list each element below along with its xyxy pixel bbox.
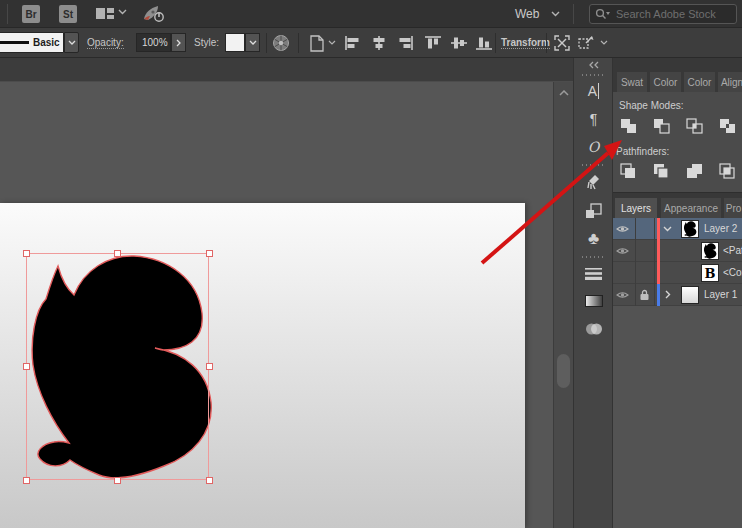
- layer-row-layer1[interactable]: Layer 1: [613, 284, 742, 306]
- stroke-preset-dropdown[interactable]: Basic: [0, 32, 64, 53]
- layer-name[interactable]: Layer 2: [704, 223, 742, 234]
- chevron-down-icon[interactable]: [328, 40, 336, 45]
- layer-name[interactable]: <Pat: [723, 245, 742, 256]
- shape-properties-icon[interactable]: [552, 34, 572, 52]
- stroke-preset-chevron[interactable]: [64, 32, 79, 53]
- collapse-panels-icon[interactable]: [586, 60, 602, 70]
- layer-thumbnail[interactable]: [701, 242, 719, 260]
- stroke-preview: [0, 41, 29, 44]
- symbols-panel-icon[interactable]: ♣: [574, 228, 613, 250]
- layer-color-bar: [657, 218, 660, 240]
- recolor-artwork-icon[interactable]: [270, 33, 292, 53]
- opacity-link[interactable]: Opacity:: [87, 37, 124, 49]
- tab-properties[interactable]: Pro: [724, 198, 742, 218]
- tab-layers[interactable]: Layers: [615, 198, 657, 218]
- pathfinder-panel-icon[interactable]: [574, 200, 613, 222]
- divider: [635, 240, 636, 262]
- align-right-button[interactable]: [395, 34, 415, 52]
- transparency-panel-icon[interactable]: [574, 318, 613, 340]
- selection-handle-ne[interactable]: [206, 250, 213, 257]
- divider: [573, 4, 574, 24]
- selection-handle-n[interactable]: [114, 250, 121, 257]
- layer-color-bar: [657, 240, 660, 262]
- stock-button[interactable]: St: [59, 5, 77, 23]
- style-chevron[interactable]: [245, 33, 260, 52]
- opentype-panel-icon[interactable]: O: [574, 136, 613, 158]
- opacity-value-field[interactable]: 100%: [136, 33, 171, 52]
- divider: [635, 218, 636, 240]
- dock-grip[interactable]: [582, 74, 604, 76]
- bridge-button[interactable]: Br: [22, 5, 40, 23]
- gradient-panel-icon[interactable]: [574, 290, 613, 312]
- style-swatch[interactable]: [225, 33, 245, 52]
- unite-button[interactable]: [616, 116, 640, 136]
- character-panel-icon[interactable]: A: [574, 80, 613, 102]
- merge-button[interactable]: [682, 161, 706, 181]
- align-vcenter-button[interactable]: [449, 34, 469, 52]
- layer-thumbnail[interactable]: [681, 286, 699, 304]
- paragraph-panel-icon[interactable]: ¶: [574, 108, 613, 130]
- search-input[interactable]: [589, 4, 737, 24]
- panel-dock-strip: A ¶ O ♣: [573, 58, 612, 528]
- trim-button[interactable]: [649, 161, 673, 181]
- selection-handle-e[interactable]: [206, 363, 213, 370]
- minus-front-button[interactable]: [649, 116, 673, 136]
- layer-row-layer2[interactable]: Layer 2: [613, 218, 742, 240]
- vertical-scrollbar[interactable]: [553, 82, 573, 528]
- divider: [298, 33, 299, 53]
- crop-button[interactable]: [715, 161, 739, 181]
- stroke-panel-icon[interactable]: [574, 262, 613, 284]
- arrange-documents-icon[interactable]: [95, 5, 115, 23]
- align-center-button[interactable]: [369, 34, 389, 52]
- selection-handle-se[interactable]: [206, 477, 213, 484]
- divider: [7, 4, 8, 24]
- scrollbar-thumb[interactable]: [557, 354, 570, 388]
- chevron-down-icon[interactable]: [118, 9, 127, 15]
- lock-icon[interactable]: [639, 289, 650, 301]
- layer-thumbnail[interactable]: B: [701, 264, 719, 282]
- select-similar-icon[interactable]: [576, 34, 596, 52]
- chevron-down-icon[interactable]: [551, 11, 560, 17]
- layer-row-compound[interactable]: B <Com: [613, 262, 742, 284]
- document-setup-icon[interactable]: [306, 33, 328, 53]
- divider: [654, 284, 655, 306]
- divide-button[interactable]: [616, 161, 640, 181]
- tab-appearance[interactable]: Appearance: [661, 198, 721, 218]
- workspace-switcher[interactable]: Web: [515, 7, 539, 21]
- visibility-eye-icon[interactable]: [616, 290, 629, 300]
- layer-name[interactable]: Layer 1: [704, 289, 742, 300]
- tab-color-guide[interactable]: Color: [684, 72, 715, 92]
- dock-grip[interactable]: [582, 256, 604, 258]
- transform-link[interactable]: Transform: [501, 37, 550, 49]
- layer-color-bar: [657, 284, 660, 306]
- expand-chevron-down-icon[interactable]: [663, 226, 672, 232]
- tab-swatches[interactable]: Swat: [617, 72, 647, 92]
- brushes-panel-icon[interactable]: [574, 170, 613, 192]
- visibility-eye-icon[interactable]: [616, 246, 629, 256]
- selection-handle-sw[interactable]: [23, 477, 30, 484]
- panel-group: Swat Color Color Align Shape Modes: Path…: [612, 58, 742, 528]
- layer-row-path[interactable]: <Pat: [613, 240, 742, 262]
- chevron-down-icon[interactable]: [600, 40, 608, 45]
- selection-handle-w[interactable]: [23, 363, 30, 370]
- tab-color[interactable]: Color: [650, 72, 681, 92]
- illustrator-window: Br St Web: [0, 0, 742, 528]
- align-bottom-button[interactable]: [474, 34, 494, 52]
- expand-chevron-right-icon[interactable]: [665, 290, 671, 299]
- divider: [635, 284, 636, 306]
- opacity-chevron[interactable]: [171, 33, 186, 52]
- intersect-button[interactable]: [682, 116, 706, 136]
- align-left-button[interactable]: [343, 34, 363, 52]
- visibility-eye-icon[interactable]: [616, 224, 629, 234]
- layer-thumbnail[interactable]: [681, 220, 699, 238]
- scroll-up-icon[interactable]: [559, 90, 569, 96]
- dock-grip[interactable]: [582, 164, 604, 166]
- selection-bounding-box: [26, 253, 209, 480]
- exclude-button[interactable]: [715, 116, 739, 136]
- align-top-button[interactable]: [423, 34, 443, 52]
- gpu-performance-rocket-icon[interactable]: [140, 3, 168, 25]
- selection-handle-nw[interactable]: [23, 250, 30, 257]
- tab-align[interactable]: Align: [718, 72, 742, 92]
- selection-handle-s[interactable]: [114, 477, 121, 484]
- layer-name[interactable]: <Com: [723, 267, 742, 278]
